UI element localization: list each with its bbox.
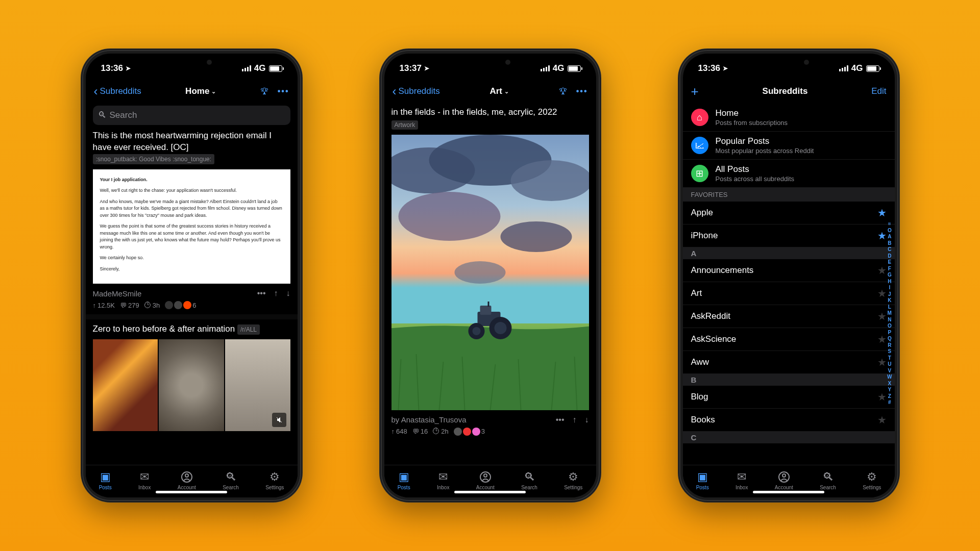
battery-icon xyxy=(568,65,581,72)
search-input[interactable]: 🔍︎Search xyxy=(93,106,290,125)
location-icon: ➤ xyxy=(723,65,728,72)
trend-icon: 📈︎ xyxy=(691,137,708,154)
upvote-icon[interactable]: ↑ xyxy=(573,415,577,424)
svg-point-1 xyxy=(185,474,188,477)
post-card[interactable]: in the fields - in the fields, me, acryl… xyxy=(384,107,596,436)
post-more-icon[interactable]: ••• xyxy=(556,415,565,424)
feed-item-popular-posts[interactable]: 📈︎Popular PostsMost popular posts across… xyxy=(683,132,895,160)
tab-account[interactable]: Account xyxy=(775,470,793,490)
time-ago: 🕒︎ 2h xyxy=(433,428,448,435)
author-link[interactable]: by Anastasia_Trusova xyxy=(391,415,467,424)
subreddit-item[interactable]: Blog★ xyxy=(683,386,895,409)
star-icon[interactable]: ★ xyxy=(877,264,887,277)
tab-posts[interactable]: ▣Posts xyxy=(696,470,709,490)
mute-icon[interactable]: 🔇︎ xyxy=(272,413,286,427)
subreddit-item[interactable]: Art★ xyxy=(683,282,895,305)
account-icon xyxy=(778,470,790,484)
home-indicator[interactable] xyxy=(156,491,227,493)
tab-search[interactable]: 🔍︎Search xyxy=(223,470,239,490)
tab-settings[interactable]: ⚙Settings xyxy=(564,470,582,490)
settings-icon: ⚙ xyxy=(270,470,280,484)
posts-icon: ▣ xyxy=(697,470,708,484)
subreddit-item[interactable]: AskScience★ xyxy=(683,328,895,351)
star-icon[interactable]: ★ xyxy=(877,230,887,242)
tab-inbox[interactable]: ✉Inbox xyxy=(437,470,449,490)
subreddit-item[interactable]: Aww★ xyxy=(683,351,895,374)
subreddit-item[interactable]: Apple★ xyxy=(683,202,895,224)
search-icon: 🔍︎ xyxy=(524,470,535,484)
feed-item-all-posts[interactable]: ⊞All PostsPosts across all subreddits xyxy=(683,160,895,188)
comment-count: 💬︎ 16 xyxy=(412,428,428,435)
more-icon[interactable]: ••• xyxy=(278,87,289,96)
location-icon: ➤ xyxy=(126,65,131,72)
nav-title-dropdown[interactable]: Home⌄ xyxy=(185,86,216,96)
post-flair: /r/ALL xyxy=(237,324,260,335)
nav-bar: + Subreddits Edit xyxy=(683,79,895,104)
star-icon[interactable]: ★ xyxy=(877,414,887,426)
trophy-icon[interactable]: 🏆︎ xyxy=(260,87,268,96)
upvote-count: ↑ 12.5K xyxy=(93,302,115,309)
tab-search[interactable]: 🔍︎Search xyxy=(521,470,537,490)
star-icon[interactable]: ★ xyxy=(877,287,887,299)
settings-icon: ⚙ xyxy=(867,470,877,484)
post-image[interactable]: 🔇︎ xyxy=(93,339,290,431)
feed-item-home[interactable]: ⌂HomePosts from subscriptions xyxy=(683,104,895,132)
alpha-index[interactable]: ≡OABCDEFGHIJKLMNOPQRSTUVWXYZ# xyxy=(887,221,892,405)
back-button[interactable]: ‹Subreddits xyxy=(94,84,141,98)
star-icon[interactable]: ★ xyxy=(877,391,887,403)
upvote-count: ↑ 648 xyxy=(391,428,407,435)
post-more-icon[interactable]: ••• xyxy=(257,289,266,298)
upvote-icon[interactable]: ↑ xyxy=(274,289,278,298)
svg-point-5 xyxy=(510,160,589,201)
post-image[interactable] xyxy=(391,135,589,410)
chevron-left-icon: ‹ xyxy=(393,84,397,98)
downvote-icon[interactable]: ↓ xyxy=(585,415,589,424)
downvote-icon[interactable]: ↓ xyxy=(286,289,290,298)
tab-account[interactable]: Account xyxy=(476,470,495,490)
trophy-icon[interactable]: 🏆︎ xyxy=(559,87,567,96)
edit-button[interactable]: Edit xyxy=(871,86,886,96)
post-image[interactable]: Your I job application. Well, we'll cut … xyxy=(93,169,290,284)
post-card[interactable]: Zero to hero before & after animation /r… xyxy=(86,323,298,431)
tab-inbox[interactable]: ✉Inbox xyxy=(736,470,748,490)
star-icon[interactable]: ★ xyxy=(877,207,887,219)
svg-point-28 xyxy=(782,474,786,477)
subreddit-item[interactable]: AskReddit★ xyxy=(683,305,895,328)
star-icon[interactable]: ★ xyxy=(877,310,887,322)
tab-posts[interactable]: ▣Posts xyxy=(99,470,112,490)
chevron-down-icon: ⌄ xyxy=(211,88,216,95)
phone-home-feed: 13:36➤ 4G ‹Subreddits Home⌄ 🏆︎••• 🔍︎Sear… xyxy=(81,48,303,503)
nav-title-dropdown[interactable]: Art⌄ xyxy=(489,86,509,96)
star-icon[interactable]: ★ xyxy=(877,333,887,345)
tab-search[interactable]: 🔍︎Search xyxy=(820,470,836,490)
tab-inbox[interactable]: ✉Inbox xyxy=(138,470,151,490)
tab-settings[interactable]: ⚙Settings xyxy=(265,470,284,490)
post-card[interactable]: This is the most heartwarming rejection … xyxy=(86,130,298,309)
tab-account[interactable]: Account xyxy=(178,470,196,490)
svg-point-15 xyxy=(494,322,506,334)
home-indicator[interactable] xyxy=(454,491,526,493)
add-button[interactable]: + xyxy=(691,84,699,99)
post-flair: :snoo_putback: Good Vibes :snoo_tongue: xyxy=(93,154,215,164)
star-icon[interactable]: ★ xyxy=(877,356,887,368)
subreddit-item[interactable]: iPhone★ xyxy=(683,224,895,247)
subreddit-item[interactable]: Announcements★ xyxy=(683,259,895,282)
nav-bar: ‹Subreddits Home⌄ 🏆︎••• xyxy=(86,79,298,104)
subreddit-item[interactable]: Books★ xyxy=(683,409,895,432)
tab-settings[interactable]: ⚙Settings xyxy=(863,470,881,490)
post-flair: Artwork xyxy=(391,120,419,130)
chevron-down-icon: ⌄ xyxy=(504,88,509,95)
svg-point-7 xyxy=(500,221,572,252)
home-indicator[interactable] xyxy=(753,491,824,493)
page-title: Subreddits xyxy=(763,86,808,96)
comment-count: 💬︎ 279 xyxy=(120,302,139,309)
all-icon: ⊞ xyxy=(691,165,708,182)
search-icon: 🔍︎ xyxy=(822,470,834,484)
svg-point-8 xyxy=(454,261,505,284)
tab-posts[interactable]: ▣Posts xyxy=(398,470,410,490)
more-icon[interactable]: ••• xyxy=(576,87,588,96)
chevron-left-icon: ‹ xyxy=(94,84,98,98)
back-button[interactable]: ‹Subreddits xyxy=(393,84,440,98)
subreddit-link[interactable]: MadeMeSmile xyxy=(93,289,142,298)
account-icon xyxy=(479,470,492,484)
